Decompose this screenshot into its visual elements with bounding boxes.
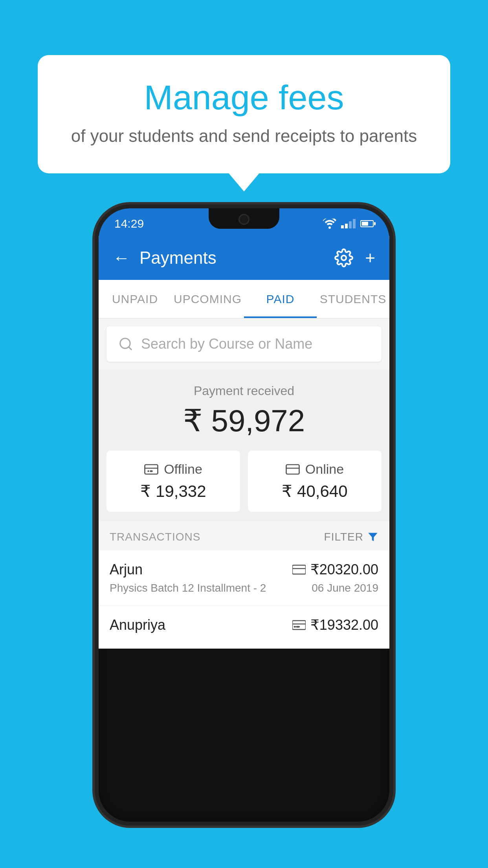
- payment-cards: Offline ₹ 19,332 Online ₹ 40,640: [99, 451, 389, 521]
- speech-bubble: Manage fees of your students and send re…: [38, 55, 450, 173]
- settings-icon[interactable]: [334, 248, 353, 267]
- table-row[interactable]: Arjun ₹20320.00 Physics Batch 12 Install…: [99, 550, 389, 606]
- tab-students[interactable]: STUDENTS: [317, 280, 389, 318]
- phone-frame: 14:29 ← Payments: [95, 204, 393, 826]
- transaction-date: 06 June 2019: [312, 582, 378, 594]
- power-button: [95, 342, 99, 389]
- course-info: Physics Batch 12 Installment - 2: [110, 582, 266, 594]
- tab-paid[interactable]: PAID: [244, 280, 317, 318]
- offline-payment-icon: [144, 462, 158, 476]
- svg-rect-12: [292, 621, 306, 630]
- svg-line-2: [128, 347, 131, 349]
- status-icons: [323, 219, 374, 229]
- payment-received-section: Payment received ₹ 59,972: [99, 370, 389, 451]
- svg-rect-10: [292, 565, 306, 574]
- svg-point-0: [341, 256, 346, 260]
- app-content: ← Payments + UNPAID UPCOMING PAID: [99, 236, 389, 649]
- back-button[interactable]: ←: [113, 248, 130, 268]
- tab-upcoming[interactable]: UPCOMING: [171, 280, 244, 318]
- payment-total-amount: ₹ 59,972: [106, 403, 382, 439]
- svg-rect-3: [145, 465, 158, 474]
- search-container[interactable]: Search by Course or Name: [106, 326, 382, 362]
- front-camera: [238, 214, 250, 225]
- filter-icon: [367, 531, 378, 542]
- header-icons: +: [334, 248, 375, 268]
- transaction-amount: ₹20320.00: [310, 561, 378, 578]
- search-input[interactable]: Search by Course or Name: [141, 336, 312, 352]
- transactions-label: TRANSACTIONS: [110, 531, 200, 543]
- online-amount: ₹ 40,640: [257, 482, 372, 501]
- signal-icon: [341, 219, 356, 228]
- app-header: ← Payments +: [99, 236, 389, 280]
- offline-payment-card: Offline ₹ 19,332: [106, 451, 240, 512]
- payment-received-label: Payment received: [106, 384, 382, 398]
- svg-rect-7: [286, 465, 299, 474]
- offline-payment-type-icon: [292, 620, 306, 630]
- online-payment-type-icon: [292, 565, 306, 575]
- filter-button[interactable]: FILTER: [324, 531, 378, 543]
- search-icon: [118, 337, 133, 351]
- volume-up-button: [389, 326, 393, 354]
- online-payment-icon: [286, 462, 300, 476]
- student-name: Anupriya: [110, 617, 165, 633]
- add-button[interactable]: +: [365, 248, 375, 268]
- offline-amount: ₹ 19,332: [116, 482, 231, 501]
- battery-icon: [360, 220, 374, 227]
- student-name: Arjun: [110, 561, 143, 578]
- page-title: Payments: [139, 248, 325, 268]
- tabs-bar: UNPAID UPCOMING PAID STUDENTS: [99, 280, 389, 318]
- table-row[interactable]: Anupriya ₹19332.00: [99, 606, 389, 649]
- phone-notch: [209, 208, 279, 229]
- online-payment-card: Online ₹ 40,640: [248, 451, 382, 512]
- bubble-subtitle: of your students and send receipts to pa…: [69, 126, 419, 146]
- transaction-amount: ₹19332.00: [310, 617, 378, 633]
- status-time: 14:29: [114, 217, 144, 230]
- wifi-icon: [323, 219, 336, 229]
- transaction-list: Arjun ₹20320.00 Physics Batch 12 Install…: [99, 550, 389, 649]
- bubble-title: Manage fees: [69, 79, 419, 117]
- transactions-header: TRANSACTIONS FILTER: [99, 521, 389, 550]
- offline-label: Offline: [164, 462, 202, 477]
- online-label: Online: [305, 462, 344, 477]
- tab-unpaid[interactable]: UNPAID: [99, 280, 171, 318]
- volume-down-button: [389, 362, 393, 401]
- svg-marker-9: [368, 533, 377, 541]
